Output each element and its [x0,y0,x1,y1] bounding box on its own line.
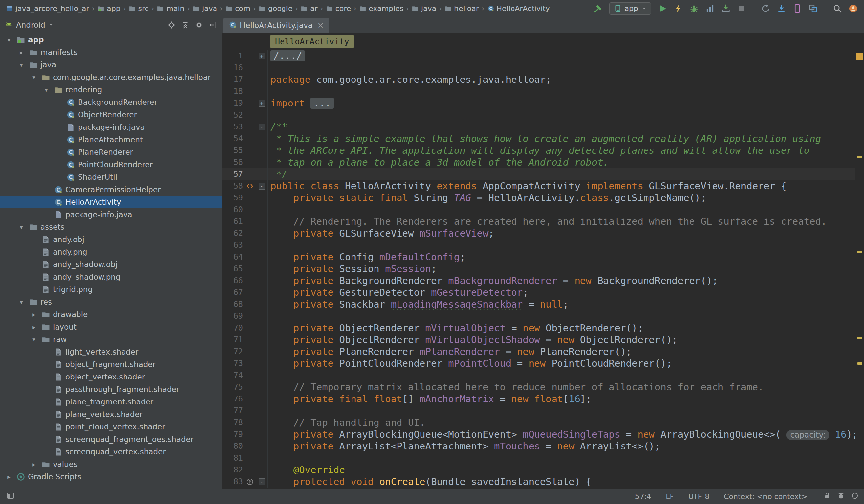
fold-collapse-icon[interactable]: - [259,183,265,190]
highlight-ring-button[interactable] [851,492,859,501]
tree-item-rendering[interactable]: ▾rendering [0,83,222,96]
breadcrumb-item[interactable]: java_arcore_hello_ar [4,4,90,13]
scrollbar-error-stripe[interactable] [855,50,864,489]
code-editor[interactable]: 1+/.../1617package com.google.ar.core.ex… [222,50,864,489]
chevron-down-icon[interactable]: ▾ [16,61,26,68]
tree-item-object-vertex-shader[interactable]: object_vertex.shader [0,371,222,383]
code-line-19[interactable]: 19+import ... [222,97,855,109]
code-line-59[interactable]: 59 private static final String TAG = Hel… [222,192,855,204]
code-line-62[interactable]: 62 private GLSurfaceView mSurfaceView; [222,227,855,239]
breadcrumb-item[interactable]: CHelloArActivity [486,4,551,13]
tree-item-com-google-ar-core-examples-java-helloar[interactable]: ▾com.google.ar.core.examples.java.helloa… [0,71,222,83]
code-line-83[interactable]: 83- protected void onCreate(Bundle saved… [222,476,855,488]
gutter-icon-slot[interactable] [243,476,256,488]
code-line-17[interactable]: 17package com.google.ar.core.examples.ja… [222,74,855,85]
breadcrumb-item[interactable]: java [410,4,437,13]
avd-manager-button[interactable] [791,2,804,15]
chevron-right-icon[interactable]: ▸ [16,49,26,56]
fold-collapse-icon[interactable]: - [259,123,265,130]
code-line-81[interactable]: 81 [222,452,855,464]
run-configuration-select[interactable]: app [609,2,651,15]
breadcrumb-item[interactable]: main [155,4,185,13]
code-line-77[interactable]: 77 [222,405,855,417]
code-line-76[interactable]: 76 private final float[] mAnchorMatrix =… [222,393,855,405]
tree-item-screenquad-fragment-oes-shader[interactable]: screenquad_fragment_oes.shader [0,433,222,445]
run-button[interactable] [656,2,669,15]
code-line-70[interactable]: 70 private ObjectRenderer mVirtualObject… [222,322,855,334]
hector-button[interactable] [837,492,845,501]
tree-item-raw[interactable]: ▾raw [0,333,222,346]
code-line-78[interactable]: 78 // Tap handling and UI. [222,417,855,429]
profile-button[interactable] [704,2,716,15]
code-line-60[interactable]: 60 [222,204,855,216]
build-hammer-button[interactable] [592,2,604,15]
code-line-57[interactable]: 57 */ [222,168,855,180]
chevron-down-icon[interactable]: ▾ [29,336,39,343]
hide-panel-button[interactable] [208,21,217,29]
caret-position-widget[interactable]: 57:4 [635,492,651,501]
code-line-55[interactable]: 55 * the ARCore API. The application wil… [222,145,855,156]
code-line-73[interactable]: 73 private PointCloudRenderer mPointClou… [222,358,855,369]
code-line-75[interactable]: 75 // Temporary matrix allocated here to… [222,381,855,393]
breadcrumb-item[interactable]: helloar [443,4,480,13]
code-area[interactable]: 1+/.../1617package com.google.ar.core.ex… [222,50,855,489]
tree-item-light-vertex-shader[interactable]: light_vertex.shader [0,346,222,358]
tree-item-helloaractivity[interactable]: CHelloArActivity [0,196,222,208]
file-status-marker[interactable] [856,52,863,60]
tree-item-objectrenderer[interactable]: CObjectRenderer [0,108,222,121]
chevron-down-icon[interactable]: ▾ [41,86,51,93]
code-line-53[interactable]: 53-/** [222,121,855,133]
tree-item-app[interactable]: ▾app [0,34,222,46]
sdk-manager-button[interactable] [775,2,788,15]
sync-button[interactable] [759,2,772,15]
gutter-icon-slot[interactable] [243,180,256,192]
tree-item-planeattachment[interactable]: CPlaneAttachment [0,133,222,146]
chevron-right-icon[interactable]: ▸ [29,461,39,468]
tree-item-manifests[interactable]: ▸manifests [0,46,222,59]
code-line-54[interactable]: 54 * This is a simple example that shows… [222,133,855,145]
chevron-down-icon[interactable]: ▾ [16,224,26,231]
breadcrumb-item[interactable]: src [128,4,150,13]
code-line-82[interactable]: 82 @Override [222,464,855,476]
code-line-80[interactable]: 80 private ArrayList<PlaneAttachment> mT… [222,440,855,452]
chevron-down-icon[interactable]: ▾ [29,74,39,81]
warning-stripe-mark[interactable] [857,156,862,158]
tree-item-package-info-java[interactable]: package-info.java [0,121,222,133]
tree-item-plane-fragment-shader[interactable]: plane_fragment.shader [0,396,222,408]
tree-item-andy-shadow-png[interactable]: andy_shadow.png [0,271,222,283]
encoding-widget[interactable]: UTF-8 [688,492,709,501]
collapse-all-button[interactable] [181,21,190,29]
breadcrumb-item[interactable]: core [325,4,352,13]
search-button[interactable] [831,2,844,15]
tree-item-trigrid-png[interactable]: trigrid.png [0,283,222,296]
code-line-67[interactable]: 67 private GestureDetector mGestureDetec… [222,287,855,298]
fold-expand-icon[interactable]: + [259,100,265,107]
chevron-right-icon[interactable]: ▸ [4,473,14,480]
tree-item-assets[interactable]: ▾assets [0,221,222,233]
code-line-63[interactable]: 63 [222,239,855,251]
code-line-69[interactable]: 69 [222,310,855,322]
locate-button[interactable] [167,21,176,29]
tree-item-gradle-scripts[interactable]: ▸Gradle Scripts [0,470,222,483]
tree-item-andy-png[interactable]: andy.png [0,246,222,258]
warning-stripe-mark[interactable] [857,251,862,253]
tree-item-pointcloudrenderer[interactable]: CPointCloudRenderer [0,158,222,171]
chevron-down-icon[interactable]: ▾ [4,36,14,43]
code-line-56[interactable]: 56 * tap on a plane to place a 3d model … [222,156,855,168]
code-line-74[interactable]: 74 [222,369,855,381]
breadcrumb-item[interactable]: app [96,4,122,13]
fold-expand-icon[interactable]: + [259,52,265,59]
tree-item-point-cloud-vertex-shader[interactable]: point_cloud_vertex.shader [0,421,222,433]
chevron-right-icon[interactable]: ▸ [29,311,39,318]
tree-item-plane-vertex-shader[interactable]: plane_vertex.shader [0,408,222,421]
tree-item-java[interactable]: ▾java [0,59,222,71]
project-view-selector[interactable]: Android [4,20,54,30]
code-line-68[interactable]: 68 private Snackbar mLoadingMessageSnack… [222,298,855,310]
tree-item-screenquad-vertex-shader[interactable]: screenquad_vertex.shader [0,445,222,458]
breadcrumb-item[interactable]: java [191,4,218,13]
attach-debugger-button[interactable] [719,2,732,15]
breadcrumb-class-chip[interactable]: HelloArActivity [270,35,354,48]
stop-button[interactable] [735,2,748,15]
code-line-65[interactable]: 65 private Session mSession; [222,263,855,275]
chevron-down-icon[interactable]: ▾ [16,298,26,305]
